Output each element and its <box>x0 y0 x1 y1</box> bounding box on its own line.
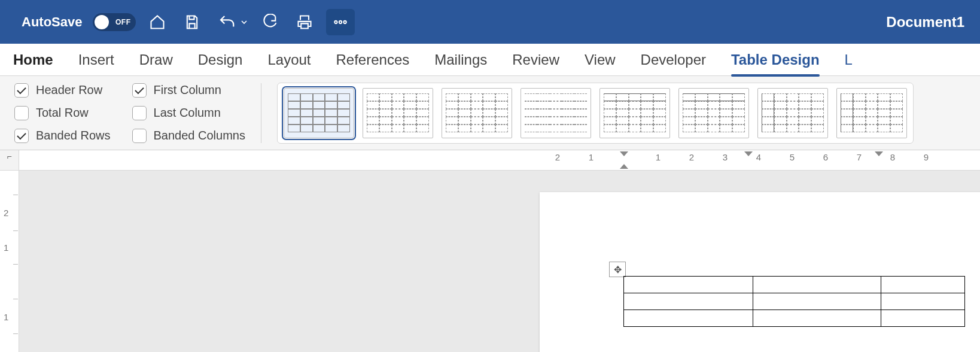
ruler-label: 1 <box>589 152 594 162</box>
table-style-options: Header Row First Column Total Row Last C… <box>14 83 245 143</box>
checkbox-icon <box>132 106 147 120</box>
banded-rows-label: Banded Rows <box>36 129 111 142</box>
tab-insert[interactable]: Insert <box>78 49 114 71</box>
ruler-label: 7 <box>857 152 862 162</box>
undo-icon[interactable] <box>214 9 240 35</box>
ruler-label: 6 <box>823 152 828 162</box>
ruler-label: 2 <box>555 152 560 162</box>
print-icon[interactable] <box>291 9 318 35</box>
tab-home[interactable]: Home <box>13 49 53 71</box>
ruler-label: 9 <box>924 152 929 162</box>
vertical-ruler[interactable]: 2 1 1 <box>0 171 19 352</box>
header-row-checkbox[interactable]: Header Row <box>14 83 111 98</box>
svg-point-1 <box>339 20 342 23</box>
table-style-column-1[interactable] <box>757 88 828 138</box>
checkbox-icon <box>132 83 147 98</box>
checkbox-icon <box>14 129 29 143</box>
tab-review[interactable]: Review <box>512 49 559 71</box>
document-canvas[interactable]: ✥ <box>19 171 980 352</box>
column-indent-icon[interactable] <box>875 151 883 156</box>
ruler-row: ⌐ 2 1 1 2 3 4 5 6 7 8 9 <box>0 150 980 171</box>
column-indent-icon[interactable] <box>744 151 753 156</box>
tab-view[interactable]: View <box>585 49 616 71</box>
ruler-label: 8 <box>890 152 895 162</box>
checkbox-icon <box>14 83 29 98</box>
table-row[interactable] <box>624 277 965 293</box>
first-column-checkbox[interactable]: First Column <box>132 83 245 98</box>
table-style-plain-3[interactable] <box>521 88 591 138</box>
last-column-checkbox[interactable]: Last Column <box>132 106 245 120</box>
title-bar: AutoSave OFF Document1 <box>0 0 980 44</box>
checkbox-icon <box>14 106 29 120</box>
autosave-state: OFF <box>115 18 131 26</box>
ribbon-content: Header Row First Column Total Row Last C… <box>0 76 980 150</box>
tab-references[interactable]: References <box>336 49 410 71</box>
ruler-label: 2 <box>689 152 694 162</box>
ruler-label: 3 <box>723 152 728 162</box>
table-row[interactable] <box>624 310 965 327</box>
undo-dropdown-icon[interactable] <box>240 19 248 25</box>
table-move-handle-icon[interactable]: ✥ <box>609 262 626 277</box>
save-icon[interactable] <box>179 9 205 35</box>
ruler-label: 1 <box>656 152 661 162</box>
redo-icon[interactable] <box>257 9 283 35</box>
tab-layout-table[interactable]: L <box>845 49 853 71</box>
autosave-toggle[interactable]: OFF <box>93 13 136 31</box>
svg-point-0 <box>335 20 337 23</box>
table-styles-gallery[interactable] <box>277 83 914 144</box>
document-title[interactable]: Document1 <box>886 14 968 31</box>
last-column-label: Last Column <box>154 106 221 120</box>
svg-point-2 <box>344 20 346 23</box>
horizontal-ruler[interactable]: 2 1 1 2 3 4 5 6 7 8 9 <box>19 150 980 170</box>
ruler-label: 2 <box>4 208 8 218</box>
tab-mailings[interactable]: Mailings <box>434 49 487 71</box>
first-column-label: First Column <box>154 83 221 97</box>
hanging-indent-icon[interactable] <box>620 164 628 169</box>
total-row-label: Total Row <box>36 106 89 120</box>
tab-developer[interactable]: Developer <box>641 49 706 71</box>
ribbon-tabs: Home Insert Draw Design Layout Reference… <box>0 44 980 76</box>
document-table[interactable] <box>623 276 965 327</box>
table-style-plain-2[interactable] <box>442 88 512 138</box>
table-style-header-2[interactable] <box>678 88 749 138</box>
page <box>540 192 980 352</box>
tab-design[interactable]: Design <box>198 49 243 71</box>
first-line-indent-icon[interactable] <box>620 151 628 156</box>
table-style-column-2[interactable] <box>836 88 907 138</box>
ruler-label: 5 <box>790 152 795 162</box>
total-row-checkbox[interactable]: Total Row <box>14 106 111 120</box>
ruler-label: 1 <box>4 242 8 253</box>
tab-table-design[interactable]: Table Design <box>731 49 820 71</box>
tab-layout[interactable]: Layout <box>267 49 311 71</box>
document-area: 2 1 1 ✥ <box>0 171 980 352</box>
header-row-label: Header Row <box>36 83 102 97</box>
tab-selector-icon[interactable]: ⌐ <box>0 150 19 170</box>
table-style-grid[interactable] <box>284 88 354 138</box>
separator <box>261 83 261 143</box>
table-style-plain-1[interactable] <box>363 88 433 138</box>
autosave-toggle-knob <box>95 15 109 29</box>
home-icon[interactable] <box>144 9 171 35</box>
table-row[interactable] <box>624 293 965 310</box>
checkbox-icon <box>132 129 147 143</box>
table-style-header-1[interactable] <box>599 88 670 138</box>
more-commands-icon[interactable] <box>326 9 355 35</box>
banded-columns-label: Banded Columns <box>154 129 245 142</box>
autosave-label: AutoSave <box>22 14 82 30</box>
ruler-label: 4 <box>756 152 761 162</box>
ruler-label: 1 <box>4 312 8 322</box>
banded-rows-checkbox[interactable]: Banded Rows <box>14 129 111 143</box>
banded-columns-checkbox[interactable]: Banded Columns <box>132 129 245 143</box>
tab-draw[interactable]: Draw <box>139 49 173 71</box>
